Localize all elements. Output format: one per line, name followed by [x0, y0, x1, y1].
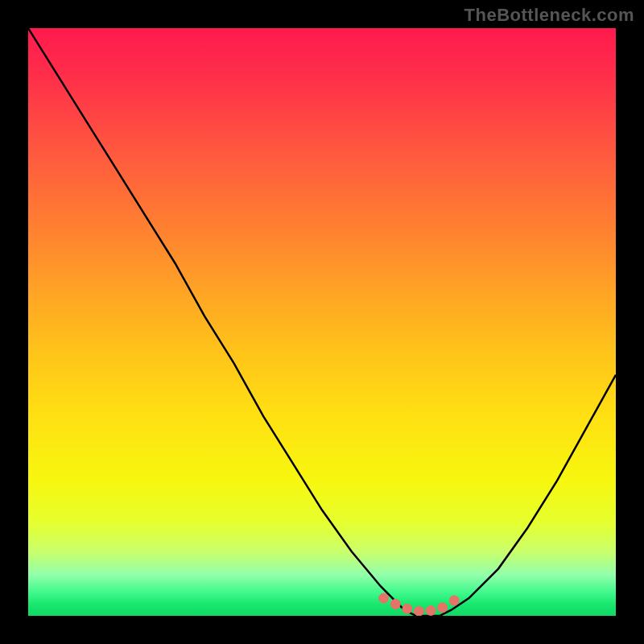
optimal-dot	[414, 606, 423, 616]
curve-layer	[28, 28, 616, 616]
optimal-dot	[402, 604, 412, 613]
bottleneck-curve	[28, 28, 616, 616]
chart-frame: TheBottleneck.com	[0, 0, 644, 644]
optimal-dot	[379, 593, 389, 603]
optimal-dot	[438, 603, 448, 613]
watermark-text: TheBottleneck.com	[464, 5, 634, 26]
optimal-dot	[449, 596, 459, 605]
optimal-dot	[426, 605, 436, 615]
plot-area	[28, 28, 616, 616]
optimal-dot	[390, 599, 400, 609]
